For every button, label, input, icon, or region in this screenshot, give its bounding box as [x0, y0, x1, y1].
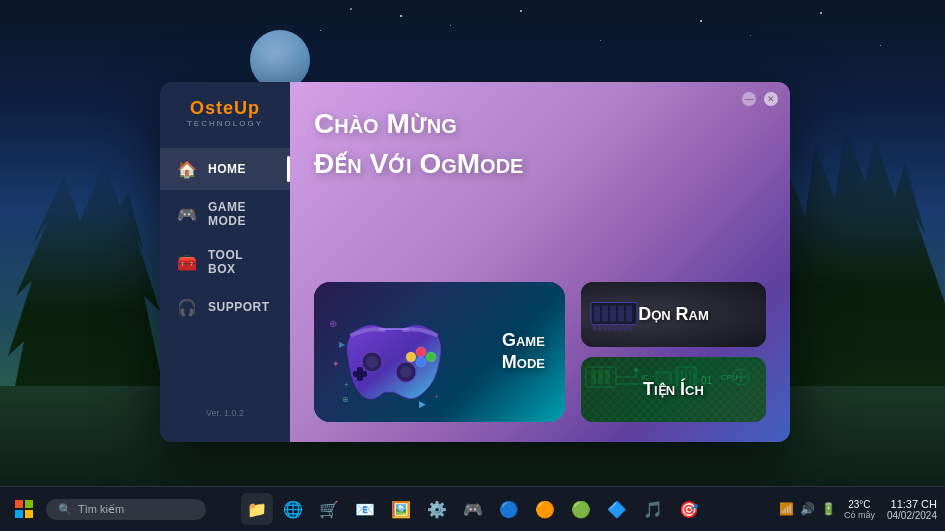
taskbar: 🔍 Tìm kiếm 📁 🌐 🛒 📧 🖼️ ⚙️ 🎮 🔵 🟠 🟢 🔷 🎵 🎯 📶…	[0, 486, 945, 531]
svg-rect-30	[628, 324, 632, 330]
gamemode-icon: 🎮	[176, 203, 198, 225]
taskbar-icon-settings[interactable]: ⚙️	[421, 493, 453, 525]
logo-subtitle: Technology	[187, 119, 263, 128]
svg-text:CPU: CPU	[721, 373, 738, 382]
svg-point-12	[416, 357, 426, 367]
logo-brand1: Oste	[190, 98, 234, 118]
clock-date: 04/02/2024	[887, 510, 937, 521]
moon-decoration	[250, 30, 310, 90]
svg-rect-34	[605, 370, 610, 384]
minimize-button[interactable]: —	[742, 92, 756, 106]
svg-text:⊕: ⊕	[329, 318, 337, 329]
logo-brand2: Up	[234, 98, 260, 118]
cards-row: ⊕ ▶ ✦ +	[314, 272, 766, 422]
taskbar-icon-mail[interactable]: 📧	[349, 493, 381, 525]
svg-point-37	[634, 368, 638, 372]
svg-text:▶: ▶	[419, 399, 426, 409]
svg-point-11	[426, 352, 436, 362]
sidebar-item-game-mode[interactable]: 🎮 Game Mode	[160, 190, 290, 238]
svg-rect-20	[610, 305, 616, 321]
support-icon: 🎧	[176, 296, 198, 318]
don-ram-card[interactable]: Dọn Ram	[581, 282, 766, 347]
temperature: 23°C	[848, 499, 870, 510]
home-icon: 🏠	[176, 158, 198, 180]
tien-ich-label: Tiện Ích	[643, 379, 704, 400]
taskbar-icon-app5[interactable]: 🎵	[637, 493, 669, 525]
sidebar-item-home-label: Home	[208, 162, 246, 176]
taskbar-icon-photos[interactable]: 🖼️	[385, 493, 417, 525]
svg-point-13	[406, 352, 416, 362]
taskbar-icon-browser[interactable]: 🌐	[277, 493, 309, 525]
sidebar-item-home[interactable]: 🏠 Home	[160, 148, 290, 190]
svg-text:⊕: ⊕	[342, 395, 349, 404]
svg-point-5	[366, 356, 378, 368]
taskbar-icon-store[interactable]: 🛒	[313, 493, 345, 525]
tray-network: 📶	[779, 502, 794, 516]
taskbar-left: 🔍 Tìm kiếm	[8, 493, 206, 525]
tray-battery: 🔋	[821, 502, 836, 516]
svg-rect-25	[603, 324, 607, 330]
close-button[interactable]: ✕	[764, 92, 778, 106]
sidebar-item-toolbox-label: Tool Box	[208, 248, 274, 276]
taskbar-right: 📶 🔊 🔋 23°C Có mây 11:37 CH 04/02/2024	[779, 498, 937, 521]
svg-rect-33	[598, 370, 603, 384]
svg-point-7	[400, 366, 412, 378]
sidebar-item-support-label: Support	[208, 300, 270, 314]
svg-rect-29	[623, 324, 627, 330]
search-box[interactable]: 🔍 Tìm kiếm	[46, 499, 206, 520]
svg-rect-23	[593, 324, 597, 330]
taskbar-icon-app4[interactable]: 🔷	[601, 493, 633, 525]
tray-volume: 🔊	[800, 502, 815, 516]
sidebar-item-gamemode-label: Game Mode	[208, 200, 274, 228]
svg-point-10	[416, 347, 426, 357]
sidebar: OsteUp Technology 🏠 Home 🎮 Game Mode 🧰 T…	[160, 82, 290, 442]
search-icon: 🔍	[58, 503, 72, 516]
ram-image	[589, 297, 639, 332]
svg-text:+: +	[344, 380, 349, 389]
game-mode-card-label: Game Mode	[502, 330, 545, 373]
app-version: Ver. 1.0.2	[160, 400, 290, 426]
search-label: Tìm kiếm	[78, 503, 124, 516]
taskbar-icon-app1[interactable]: 🔵	[493, 493, 525, 525]
svg-text:▶: ▶	[339, 340, 346, 349]
don-ram-label: Dọn Ram	[638, 304, 709, 325]
main-content: — ✕ Chào Mừng Đến Với OgMode ⊕ ▶ ✦ +	[290, 82, 790, 442]
taskbar-icon-app2[interactable]: 🟠	[529, 493, 561, 525]
svg-rect-9	[353, 371, 367, 377]
svg-rect-27	[613, 324, 617, 330]
svg-text:✦: ✦	[332, 359, 340, 369]
welcome-line1: Chào Mừng	[314, 106, 766, 142]
clock-widget: 11:37 CH 04/02/2024	[887, 498, 937, 521]
logo-area: OsteUp Technology	[160, 98, 290, 148]
controller-image: ⊕ ▶ ✦ +	[324, 307, 464, 417]
sidebar-item-support[interactable]: 🎧 Support	[160, 286, 290, 328]
right-cards: Dọn Ram IC	[581, 282, 766, 422]
svg-rect-19	[602, 305, 608, 321]
clock-time: 11:37 CH	[891, 498, 937, 510]
start-button[interactable]	[8, 493, 40, 525]
system-tray: 📶 🔊 🔋	[779, 502, 836, 516]
game-mode-card[interactable]: ⊕ ▶ ✦ +	[314, 282, 565, 422]
welcome-line2: Đến Với OgMode	[314, 146, 766, 182]
svg-rect-28	[618, 324, 622, 330]
svg-rect-21	[618, 305, 624, 321]
toolbox-icon: 🧰	[176, 251, 198, 273]
window-controls: — ✕	[742, 92, 778, 106]
windows-logo	[15, 500, 33, 518]
weather-widget: 23°C Có mây	[844, 499, 875, 520]
app-window: OsteUp Technology 🏠 Home 🎮 Game Mode 🧰 T…	[160, 82, 790, 442]
taskbar-icon-game[interactable]: 🎮	[457, 493, 489, 525]
taskbar-icon-xbox[interactable]: 🎯	[673, 493, 705, 525]
taskbar-icon-app3[interactable]: 🟢	[565, 493, 597, 525]
taskbar-icon-files[interactable]: 📁	[241, 493, 273, 525]
svg-rect-26	[608, 324, 612, 330]
tien-ich-card[interactable]: IC 01 CPU Tiện Ích	[581, 357, 766, 422]
sidebar-item-tool-box[interactable]: 🧰 Tool Box	[160, 238, 290, 286]
logo-text: OsteUp	[190, 98, 260, 119]
svg-rect-32	[591, 370, 596, 384]
svg-rect-24	[598, 324, 602, 330]
weather-condition: Có mây	[844, 510, 875, 520]
svg-text:+: +	[434, 392, 439, 401]
taskbar-center-icons: 📁 🌐 🛒 📧 🖼️ ⚙️ 🎮 🔵 🟠 🟢 🔷 🎵 🎯	[241, 493, 705, 525]
svg-rect-18	[594, 305, 600, 321]
